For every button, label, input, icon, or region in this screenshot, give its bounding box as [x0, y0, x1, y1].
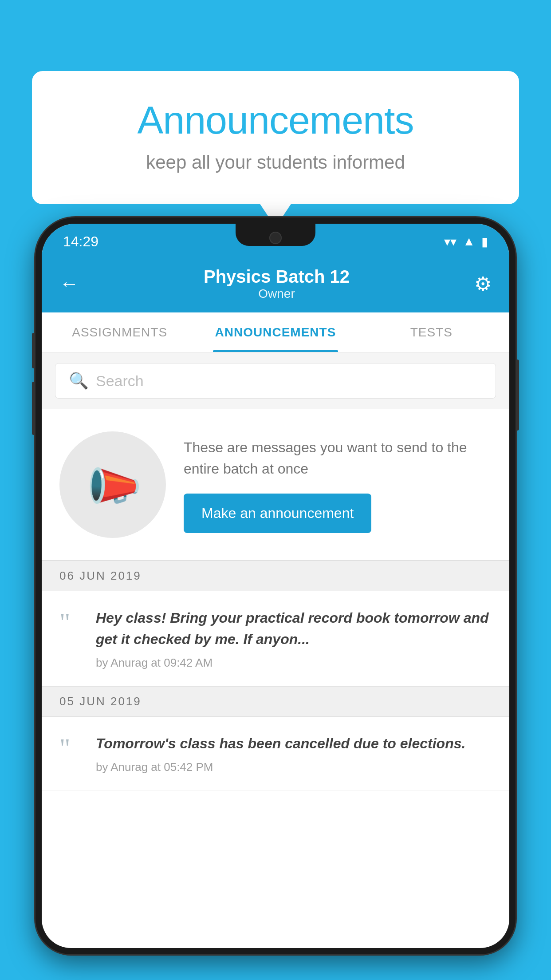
message-content-1: Hey class! Bring your practical record b… [96, 607, 492, 670]
search-container: 🔍 Search [42, 352, 509, 409]
settings-button[interactable]: ⚙ [474, 273, 492, 295]
back-button[interactable]: ← [59, 273, 79, 295]
promo-icon-circle: 📣 [59, 431, 166, 538]
phone-outer: 14:29 ▾▾ ▲ ▮ ← Physics Batch 12 Owner ⚙ [35, 217, 516, 980]
date-divider-2: 05 JUN 2019 [42, 686, 509, 717]
tabs-bar: ASSIGNMENTS ANNOUNCEMENTS TESTS [42, 312, 509, 352]
message-item-2[interactable]: " Tomorrow's class has been cancelled du… [42, 717, 509, 790]
quote-icon-2: " [59, 735, 82, 761]
battery-icon: ▮ [481, 234, 488, 249]
announcements-title: Announcements [67, 98, 484, 143]
app-header: ← Physics Batch 12 Owner ⚙ [42, 255, 509, 312]
message-text-2: Tomorrow's class has been cancelled due … [96, 733, 492, 754]
promo-description: These are messages you want to send to t… [184, 437, 492, 479]
message-meta-1: by Anurag at 09:42 AM [96, 656, 492, 670]
search-placeholder: Search [96, 372, 144, 390]
message-content-2: Tomorrow's class has been cancelled due … [96, 733, 492, 774]
phone-notch [236, 224, 315, 246]
phone-frame: 14:29 ▾▾ ▲ ▮ ← Physics Batch 12 Owner ⚙ [35, 217, 516, 954]
wifi-icon: ▾▾ [444, 234, 457, 249]
speech-bubble-section: Announcements keep all your students inf… [32, 71, 519, 204]
message-text-1: Hey class! Bring your practical record b… [96, 607, 492, 650]
search-icon: 🔍 [69, 371, 89, 390]
announcements-subtitle: keep all your students informed [67, 152, 484, 173]
tab-assignments[interactable]: ASSIGNMENTS [42, 312, 197, 352]
speech-bubble-card: Announcements keep all your students inf… [32, 71, 519, 204]
tab-announcements[interactable]: ANNOUNCEMENTS [197, 312, 353, 352]
promo-content: These are messages you want to send to t… [184, 437, 492, 533]
side-button-vol-up [32, 333, 35, 368]
status-time: 14:29 [63, 233, 98, 250]
quote-icon-1: " [59, 609, 82, 636]
tab-tests[interactable]: TESTS [354, 312, 509, 352]
message-meta-2: by Anurag at 05:42 PM [96, 760, 492, 774]
header-title-area: Physics Batch 12 Owner [204, 267, 350, 301]
status-icons: ▾▾ ▲ ▮ [444, 234, 488, 249]
header-subtitle: Owner [204, 287, 350, 301]
header-title: Physics Batch 12 [204, 267, 350, 287]
side-button-vol-down [32, 382, 35, 435]
promo-section: 📣 These are messages you want to send to… [42, 409, 509, 561]
search-bar[interactable]: 🔍 Search [55, 363, 496, 399]
date-divider-1: 06 JUN 2019 [42, 561, 509, 591]
make-announcement-button[interactable]: Make an announcement [184, 494, 371, 533]
phone-camera [269, 232, 282, 244]
message-item-1[interactable]: " Hey class! Bring your practical record… [42, 591, 509, 686]
signal-icon: ▲ [463, 234, 475, 249]
phone-screen: 14:29 ▾▾ ▲ ▮ ← Physics Batch 12 Owner ⚙ [42, 224, 509, 948]
side-button-power [516, 360, 519, 431]
megaphone-icon: 📣 [78, 450, 148, 519]
